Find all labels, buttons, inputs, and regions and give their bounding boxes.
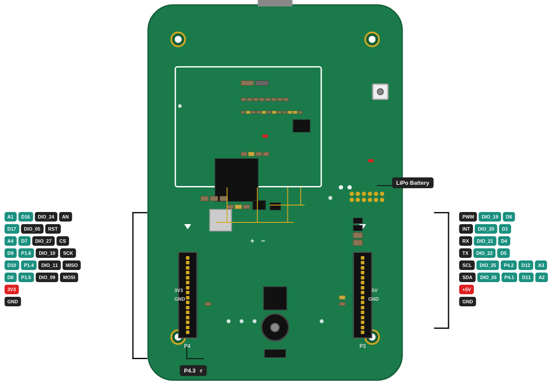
- pin-p14: P1.4: [21, 260, 37, 270]
- right-pin-row-7: +5V: [459, 285, 548, 294]
- pin-row-5: D10 P1.4 DIO_11 MISO: [4, 260, 81, 270]
- pin-dio21: DIO_21: [474, 236, 496, 246]
- p3-connector: [353, 252, 372, 338]
- pin-sck: SCK: [60, 248, 76, 258]
- pin-d17: D17: [4, 224, 19, 234]
- pin-tx: TX: [459, 248, 471, 258]
- pin-a2: A2: [536, 273, 548, 282]
- pin-dio27: DIO_27: [32, 236, 55, 246]
- pin-dio22: DIO_22: [473, 248, 496, 258]
- pin-d10: D10: [4, 260, 19, 270]
- p4-connector: [178, 252, 197, 338]
- pin-gnd-left: GND: [4, 297, 21, 306]
- pin-dio09: DIO_09: [36, 273, 58, 282]
- rf-module: [174, 66, 322, 187]
- right-pin-row-1: PWM DIO_19 D6: [459, 212, 548, 222]
- pin-dio20: DIO_20: [475, 224, 497, 234]
- buzzer: [261, 313, 289, 341]
- gnd-right-board-label: GND: [368, 296, 379, 302]
- pin-3v3: 3V3: [4, 285, 19, 294]
- pin-d7: D7: [18, 236, 30, 246]
- pcb-board: + − P4 P3 3V3 GND 5V GND: [147, 4, 403, 381]
- antenna-connector: [372, 84, 388, 100]
- pin-d11: D11: [519, 273, 534, 282]
- pin-mosi: MOSI: [60, 273, 78, 282]
- pin-d5: D5: [497, 248, 510, 258]
- left-bracket: [132, 212, 147, 359]
- right-pin-row-4: TX DIO_22 D5: [459, 248, 548, 258]
- pin-p41: P4.1: [501, 273, 517, 282]
- right-bracket: [434, 212, 449, 329]
- pin-row-1: A1 D16 DIO_24 AN: [4, 212, 81, 222]
- right-pin-row-8: GND: [459, 297, 548, 306]
- minus-label: −: [261, 237, 265, 245]
- pin-p42: P4.2: [501, 260, 517, 270]
- gold-pads: [349, 192, 384, 202]
- ic-lower: [263, 286, 287, 310]
- right-pin-row-5: SCL DIO_25 P4.2 D12 A3: [459, 260, 548, 270]
- pin-row-8: GND: [4, 297, 81, 306]
- pin-an: AN: [59, 212, 72, 222]
- pin-d9: D9: [4, 248, 16, 258]
- pin-rst: RST: [45, 224, 61, 234]
- pin-dio25: DIO_25: [477, 260, 499, 270]
- pin-rx: RX: [459, 236, 472, 246]
- inductor: [209, 209, 232, 231]
- pin-row-7: 3V3: [4, 285, 81, 294]
- pin-dio19: DIO_19: [479, 212, 501, 222]
- pin-d1: D1: [499, 224, 511, 234]
- right-pin-row-6: SDA DIO_26 P4.1 D11 A2: [459, 273, 548, 282]
- pin-dio10: DIO_10: [36, 248, 58, 258]
- main-chip: [215, 158, 258, 202]
- plus-label: +: [250, 237, 254, 245]
- pin-dio24: DIO_24: [35, 212, 57, 222]
- pin-a4: A4: [4, 236, 16, 246]
- pin-plus5v: +5V: [459, 285, 474, 294]
- pin-dio11: DIO_11: [39, 260, 61, 270]
- left-pin-group: A1 D16 DIO_24 AN D17 DIO_05 RST A4 D7 DI…: [4, 212, 81, 306]
- pin-d6: D6: [503, 212, 515, 222]
- pin-row-2: D17 DIO_05 RST: [4, 224, 81, 234]
- pin-d4: D4: [498, 236, 510, 246]
- pin-a3: A3: [535, 260, 547, 270]
- buzzer-line-v: [186, 346, 187, 359]
- pin-int: INT: [459, 224, 473, 234]
- buzzer-line-h: [186, 358, 203, 359]
- pin-d12: D12: [519, 260, 533, 270]
- buzzer-connector: [264, 349, 286, 358]
- right-pin-row-3: RX DIO_21 D4: [459, 236, 548, 246]
- pin-p15: P1.5: [18, 273, 34, 282]
- p43-label: P4.3: [180, 365, 200, 376]
- pin-gnd-right: GND: [459, 297, 476, 306]
- pin-pwm: PWM: [459, 212, 477, 222]
- pin-a1: A1: [4, 212, 16, 222]
- battery-line: [377, 185, 392, 186]
- pin-row-6: D8 P1.5 DIO_09 MOSI: [4, 273, 81, 282]
- lipo-battery-label: LiPo Battery: [392, 177, 434, 188]
- pin-miso: MISO: [63, 260, 81, 270]
- mount-hole-tr: [364, 32, 380, 47]
- pin-p16: P1.6: [18, 248, 34, 258]
- pin-row-4: D9 P1.6 DIO_10 SCK: [4, 248, 81, 258]
- pin-cs: CS: [56, 236, 69, 246]
- pin-dio26: DIO_26: [477, 273, 500, 282]
- pin-dio05: DIO_05: [21, 224, 43, 234]
- p3-label: P3: [359, 343, 366, 349]
- pin-scl: SCL: [459, 260, 475, 270]
- arrow-p4: [184, 224, 191, 229]
- pin-sda: SDA: [459, 273, 475, 282]
- 5v-board-label: 5V: [372, 288, 378, 293]
- right-pin-row-2: INT DIO_20 D1: [459, 224, 548, 234]
- usb-connector: [258, 0, 292, 6]
- p4-label: P4: [184, 343, 190, 349]
- right-pin-group: PWM DIO_19 D6 INT DIO_20 D1 RX DIO_21 D4…: [459, 212, 548, 306]
- pin-row-3: A4 D7 DIO_27 CS: [4, 236, 81, 246]
- 3v3-board-label: 3V3: [174, 288, 183, 293]
- pin-d16: D16: [18, 212, 33, 222]
- board-container: + − P4 P3 3V3 GND 5V GND: [0, 0, 552, 392]
- gnd-left-board-label: GND: [174, 296, 185, 302]
- mount-hole-tl: [170, 32, 186, 47]
- pin-d8: D8: [4, 273, 16, 282]
